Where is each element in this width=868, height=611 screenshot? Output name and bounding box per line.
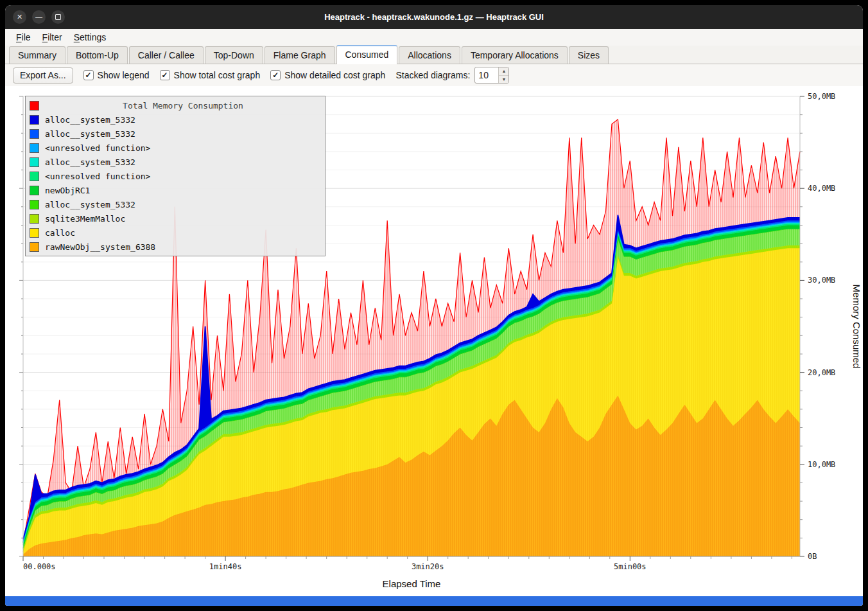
legend-color-swatch	[30, 129, 39, 139]
titlebar[interactable]: ✕ — Heaptrack - heaptrack.wakunode.1.gz …	[5, 5, 863, 29]
legend-label: alloc__system_5332	[45, 129, 135, 139]
menu-filter[interactable]: Filter	[37, 30, 68, 44]
checkmark-icon: ✓	[270, 70, 281, 80]
maximize-icon	[55, 14, 61, 20]
tab-summary[interactable]: Summary	[9, 46, 65, 64]
legend-title: Total Memory Consumption	[45, 101, 321, 111]
legend-color-swatch	[30, 101, 39, 111]
svg-text:40,0MB: 40,0MB	[808, 184, 835, 193]
stacked-diagrams-spinbox[interactable]: 10 ▲ ▼	[474, 67, 509, 84]
legend-label: alloc__system_5332	[45, 157, 135, 167]
spin-up-icon[interactable]: ▲	[499, 67, 508, 76]
stacked-diagrams-value[interactable]: 10	[475, 67, 498, 83]
tab-top-down[interactable]: Top-Down	[205, 46, 263, 64]
maximize-button[interactable]	[51, 10, 65, 24]
export-as-button[interactable]: Export As...	[13, 67, 73, 84]
window-controls: ✕ —	[13, 5, 65, 29]
tab-bottom-up[interactable]: Bottom-Up	[67, 46, 128, 64]
svg-text:30,0MB: 30,0MB	[808, 276, 835, 285]
svg-text:5min00s: 5min00s	[614, 562, 647, 571]
toolbar-checkboxes: ✓Show legend✓Show total cost graph✓Show …	[83, 70, 386, 80]
menu-file[interactable]: File	[10, 30, 37, 44]
chart-legend: Total Memory Consumptionalloc__system_53…	[25, 96, 326, 256]
menu-settings[interactable]: Settings	[68, 30, 112, 44]
checkbox-show-total-cost-graph[interactable]: ✓Show total cost graph	[160, 70, 261, 80]
tab-caller-callee[interactable]: Caller / Callee	[129, 46, 204, 64]
tab-consumed[interactable]: Consumed	[336, 45, 398, 64]
menubar: FileFilterSettings	[5, 29, 863, 46]
legend-item: sqlite3MemMalloc	[30, 211, 321, 226]
timeline-range-slider[interactable]	[5, 596, 863, 606]
spin-down-icon[interactable]: ▼	[499, 76, 508, 84]
tab-sizes[interactable]: Sizes	[569, 46, 609, 64]
memory-consumption-chart[interactable]: 00.000s1min40s3min20s5min00s0B10,0MB20,0…	[5, 86, 863, 596]
svg-text:3min20s: 3min20s	[412, 562, 444, 571]
legend-color-swatch	[30, 157, 39, 167]
legend-color-swatch	[30, 228, 39, 238]
svg-text:20,0MB: 20,0MB	[808, 368, 835, 377]
legend-label: newObjRC1	[45, 186, 90, 195]
checkbox-show-legend[interactable]: ✓Show legend	[83, 70, 150, 80]
legend-item: rawNewObj__system_6388	[30, 240, 321, 254]
legend-item: <unresolved function>	[30, 169, 321, 183]
legend-item: alloc__system_5332	[30, 112, 321, 127]
checkbox-show-detailed-cost-graph[interactable]: ✓Show detailed cost graph	[270, 70, 385, 80]
legend-item: alloc__system_5332	[30, 127, 321, 141]
tab-temporary-allocations[interactable]: Temporary Allocations	[462, 46, 568, 64]
legend-color-swatch	[30, 143, 39, 153]
svg-text:Memory Consumed: Memory Consumed	[851, 285, 861, 369]
legend-color-swatch	[30, 115, 39, 125]
legend-item: alloc__system_5332	[30, 197, 321, 211]
checkmark-icon: ✓	[160, 70, 170, 80]
legend-title-row: Total Memory Consumption	[30, 98, 321, 112]
checkbox-label: Show detailed cost graph	[284, 70, 385, 80]
legend-item: <unresolved function>	[30, 141, 321, 155]
legend-item: newObjRC1	[30, 183, 321, 197]
svg-text:1min40s: 1min40s	[209, 562, 242, 571]
tab-bar: SummaryBottom-UpCaller / CalleeTop-DownF…	[5, 46, 863, 64]
legend-color-swatch	[30, 186, 39, 195]
checkmark-icon: ✓	[83, 70, 94, 80]
tab-flame-graph[interactable]: Flame Graph	[265, 46, 335, 64]
legend-color-swatch	[30, 214, 39, 224]
checkbox-label: Show legend	[98, 70, 150, 80]
legend-label: <unresolved function>	[45, 143, 150, 153]
legend-label: <unresolved function>	[45, 172, 150, 181]
svg-text:00.000s: 00.000s	[23, 562, 56, 571]
toolbar: Export As... ✓Show legend✓Show total cos…	[5, 64, 863, 86]
window-title: Heaptrack - heaptrack.wakunode.1.gz — He…	[324, 12, 544, 22]
legend-label: rawNewObj__system_6388	[45, 242, 155, 252]
legend-color-swatch	[30, 242, 39, 252]
legend-item: calloc	[30, 226, 321, 240]
tab-allocations[interactable]: Allocations	[399, 46, 460, 64]
stacked-diagrams-label: Stacked diagrams:	[395, 70, 470, 80]
svg-text:50,0MB: 50,0MB	[808, 92, 835, 101]
checkbox-label: Show total cost graph	[174, 70, 261, 80]
svg-text:10,0MB: 10,0MB	[808, 460, 835, 469]
legend-label: calloc	[45, 228, 75, 238]
svg-text:0B: 0B	[808, 552, 817, 561]
legend-label: alloc__system_5332	[45, 115, 135, 125]
minimize-button[interactable]: —	[32, 10, 46, 24]
svg-text:Elapsed Time: Elapsed Time	[383, 578, 441, 589]
legend-color-swatch	[30, 172, 39, 181]
legend-item: alloc__system_5332	[30, 155, 321, 169]
legend-color-swatch	[30, 200, 39, 209]
heaptrack-window: ✕ — Heaptrack - heaptrack.wakunode.1.gz …	[5, 5, 863, 606]
legend-label: alloc__system_5332	[45, 200, 135, 209]
close-button[interactable]: ✕	[13, 10, 26, 24]
legend-label: sqlite3MemMalloc	[45, 214, 125, 224]
